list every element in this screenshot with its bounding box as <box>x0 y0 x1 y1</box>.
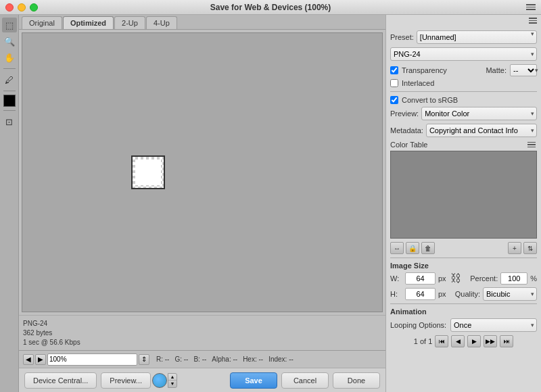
format-select[interactable]: PNG-24 PNG-8 JPEG GIF <box>390 47 537 61</box>
height-input[interactable] <box>405 288 436 300</box>
left-action-buttons: Device Central... Preview... ▲ ▼ <box>24 372 177 389</box>
interlaced-checkbox[interactable] <box>390 79 398 87</box>
color-table-section-title: Color Table <box>390 141 537 149</box>
select-tool-button[interactable]: ⬚ <box>2 18 17 32</box>
main-container: ⬚ 🔍 ✋ 🖊 ⊡ Original Optimized 2-Up 4-Up <box>0 15 541 392</box>
zoom-next-button[interactable]: ▶ <box>35 354 46 365</box>
anim-play-button[interactable]: ▶ <box>467 335 481 347</box>
zoom-prev-button[interactable]: ◀ <box>23 354 34 365</box>
convert-srgb-label: Convert to sRGB <box>402 96 458 104</box>
tab-original[interactable]: Original <box>22 16 62 29</box>
color-trash-button[interactable]: 🗑 <box>421 242 435 254</box>
r-value: R: -- <box>156 356 169 363</box>
animation-section: Animation Looping Options: Once Forever … <box>390 303 537 347</box>
preview-extra: ▲ ▼ <box>152 373 177 388</box>
panel-options-button[interactable] <box>527 16 538 25</box>
looping-row: Looping Options: Once Forever ▾ <box>390 318 537 332</box>
status-format: PNG-24 <box>23 319 381 328</box>
panel-menu[interactable] <box>526 4 536 10</box>
color-table-menu-button[interactable] <box>526 141 537 149</box>
chain-link-icon: ⛓ <box>450 272 461 285</box>
preview-option-row: Preview: Monitor Color ▾ <box>390 107 537 120</box>
preset-select[interactable]: [Unnamed] <box>417 30 537 44</box>
globe-icon[interactable] <box>152 373 167 388</box>
tabs-bar: Original Optimized 2-Up 4-Up <box>19 15 385 30</box>
interlaced-label: Interlaced <box>402 79 434 87</box>
percent-sign: % <box>530 274 537 283</box>
zoom-tool-button[interactable]: 🔍 <box>2 34 17 49</box>
menu-lines-icon[interactable] <box>526 4 536 10</box>
preset-row: Preset: [Unnamed] ▾ <box>390 30 537 44</box>
color-table-label: Color Table <box>390 141 427 149</box>
minimize-button[interactable] <box>18 3 26 11</box>
toolbar-separator-3 <box>3 110 16 111</box>
width-input[interactable] <box>405 272 436 285</box>
image-size-section: Image Size W: px ⛓ Percent: % H: px Qual… <box>390 258 537 301</box>
zoom-input[interactable] <box>47 353 137 366</box>
color-sort-button[interactable]: ⇅ <box>523 242 537 254</box>
height-label: H: <box>390 290 402 298</box>
stepper-down[interactable]: ▼ <box>168 381 177 387</box>
index-value: Index: -- <box>268 356 293 363</box>
status-size: 362 bytes <box>23 328 381 338</box>
preview-area: Original Optimized 2-Up 4-Up PNG-24 362 … <box>19 15 385 392</box>
quality-area: Quality: Bicubic Nearest Neighbor Biline… <box>455 287 537 301</box>
preset-select-wrapper: [Unnamed] ▾ <box>417 30 537 44</box>
anim-first-button[interactable]: ⏮ <box>435 335 448 347</box>
preview-select[interactable]: Monitor Color <box>421 107 537 120</box>
color-table-area <box>390 151 537 239</box>
matte-select[interactable]: -- <box>510 64 537 76</box>
cancel-button[interactable]: Cancel <box>281 372 329 389</box>
zoom-area: ◀ ▶ ⇕ <box>23 353 149 366</box>
tab-2up[interactable]: 2-Up <box>114 16 145 29</box>
transparency-label: Transparency <box>402 66 447 74</box>
preview-label: Preview: <box>390 109 419 118</box>
percent-input[interactable] <box>500 272 527 285</box>
right-action-buttons: Save Cancel Done <box>230 372 380 389</box>
percent-label: Percent: <box>470 274 498 283</box>
convert-srgb-checkbox[interactable] <box>390 96 398 104</box>
eyedropper-tool-button[interactable]: 🖊 <box>2 72 17 87</box>
preview-button[interactable]: Preview... <box>101 372 151 389</box>
preview-stepper[interactable]: ▲ ▼ <box>168 373 177 388</box>
right-panel-content: Preset: [Unnamed] ▾ PNG-24 PNG-8 JPEG GI… <box>386 26 541 393</box>
anim-next-button[interactable]: ▶▶ <box>484 335 497 347</box>
color-add-button[interactable]: + <box>508 242 521 254</box>
status-bar: PNG-24 362 bytes 1 sec @ 56.6 Kbps <box>19 315 385 350</box>
anim-last-button[interactable]: ⏭ <box>500 335 513 347</box>
stepper-up[interactable]: ▲ <box>168 374 177 381</box>
device-central-button[interactable]: Device Central... <box>24 372 97 389</box>
foreground-color-swatch[interactable] <box>3 95 16 107</box>
done-button[interactable]: Done <box>333 372 380 389</box>
checkerboard-background <box>131 155 165 189</box>
color-map-button[interactable]: ↔ <box>390 242 404 254</box>
info-area: R: -- G: -- B: -- Alpha: -- Hex: -- Inde… <box>156 356 381 363</box>
animation-counter: 1 of 1 <box>414 337 433 345</box>
color-lock-button[interactable]: 🔒 <box>406 242 419 254</box>
anim-prev-button[interactable]: ◀ <box>451 335 465 347</box>
zoom-stepper-button[interactable]: ⇕ <box>139 354 149 365</box>
slice-tool-button[interactable]: ⊡ <box>2 114 17 129</box>
convert-srgb-row: Convert to sRGB <box>390 96 537 104</box>
quality-select[interactable]: Bicubic Nearest Neighbor Bilinear <box>483 287 537 301</box>
transparency-checkbox[interactable] <box>390 66 398 74</box>
image-preview-container <box>131 155 165 189</box>
bottom-action-buttons: Device Central... Preview... ▲ ▼ Save Ca… <box>19 368 385 392</box>
interlaced-row: Interlaced <box>390 79 537 87</box>
save-button[interactable]: Save <box>230 372 277 389</box>
width-label: W: <box>390 274 402 283</box>
tab-optimized[interactable]: Optimized <box>63 16 114 29</box>
metadata-label: Metadata: <box>390 126 423 134</box>
hand-tool-button[interactable]: ✋ <box>2 50 17 65</box>
tab-4up[interactable]: 4-Up <box>146 16 177 29</box>
format-select-wrapper: PNG-24 PNG-8 JPEG GIF ▾ <box>390 47 537 61</box>
window-controls[interactable] <box>5 3 38 11</box>
metadata-select[interactable]: Copyright and Contact Info None All <box>426 124 537 137</box>
maximize-button[interactable] <box>30 3 38 11</box>
quality-label: Quality: <box>455 290 480 298</box>
width-row: W: px ⛓ Percent: % <box>390 272 537 285</box>
canvas-area <box>22 32 383 312</box>
looping-select[interactable]: Once Forever <box>450 318 537 332</box>
looping-options-label: Looping Options: <box>390 321 448 329</box>
close-button[interactable] <box>5 3 14 11</box>
